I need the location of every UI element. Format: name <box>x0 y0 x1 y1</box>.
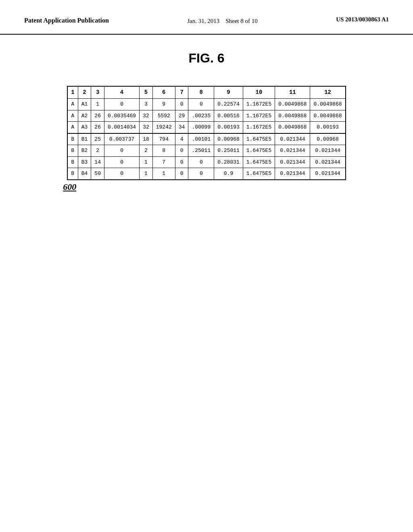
cell-r2-c10: 1.1672E5 <box>243 110 275 122</box>
col-header-6: 6 <box>152 86 175 99</box>
cell-r3-c10: 1.1672E5 <box>243 122 275 133</box>
cell-r7-c11: 0.021344 <box>275 168 310 180</box>
cell-r1-c9: 0.22574 <box>214 99 243 110</box>
cell-r5-c4: 0 <box>104 145 139 157</box>
cell-r3-c6: 19242 <box>152 122 175 133</box>
cell-r7-c4: 0 <box>104 168 139 180</box>
cell-r1-c11: 0.0049868 <box>275 99 310 110</box>
main-content: 1 2 3 4 5 6 7 8 9 10 11 12 A <box>0 78 413 188</box>
cell-r6-c10: 1.6475E5 <box>243 156 275 168</box>
cell-r1-c2: A1 <box>78 99 91 110</box>
cell-r4-c6: 794 <box>152 133 175 145</box>
cell-r1-c12: 0.0049868 <box>310 99 346 110</box>
figure-label: 600 <box>63 182 76 192</box>
col-header-11: 11 <box>275 86 310 99</box>
cell-r4-c3: 25 <box>91 133 104 145</box>
table-row: B B2 2 0 2 8 0 .25011 0.25011 1.6475E5 0… <box>67 145 345 157</box>
cell-r5-c6: 8 <box>152 145 175 157</box>
cell-r3-c7: 34 <box>175 122 188 133</box>
cell-r7-c12: 0.021344 <box>310 168 346 180</box>
cell-r5-c5: 2 <box>140 145 153 157</box>
col-header-5: 5 <box>140 86 153 99</box>
sheet-info: Sheet 8 of 10 <box>225 18 258 24</box>
cell-r4-c10: 1.6475E5 <box>243 133 275 145</box>
cell-r5-c10: 1.6475E5 <box>243 145 275 157</box>
col-header-4: 4 <box>104 86 139 99</box>
figure-title: FIG. 6 <box>0 51 413 66</box>
cell-r6-c4: 0 <box>104 156 139 168</box>
cell-r3-c2: A3 <box>78 122 91 133</box>
header-center: Jan. 31, 2013 Sheet 8 of 10 <box>187 16 258 26</box>
cell-r6-c2: B3 <box>78 156 91 168</box>
cell-r3-c4: 0.0014034 <box>104 122 139 133</box>
cell-r2-c8: .00235 <box>188 110 214 122</box>
cell-r4-c4: 0.003737 <box>104 133 139 145</box>
cell-r5-c11: 0.021344 <box>275 145 310 157</box>
cell-r6-c5: 1 <box>140 156 153 168</box>
cell-r2-c11: 0.0049868 <box>275 110 310 122</box>
col-header-10: 10 <box>243 86 275 99</box>
cell-r7-c6: 1 <box>152 168 175 180</box>
cell-r4-c1: B <box>67 133 78 145</box>
cell-r6-c1: B <box>67 156 78 168</box>
cell-r3-c11: 0.0049868 <box>275 122 310 133</box>
cell-r5-c2: B2 <box>78 145 91 157</box>
cell-r2-c2: A2 <box>78 110 91 122</box>
col-header-12: 12 <box>310 86 346 99</box>
cell-r5-c7: 0 <box>175 145 188 157</box>
data-table: 1 2 3 4 5 6 7 8 9 10 11 12 A <box>67 86 346 180</box>
cell-r4-c7: 4 <box>175 133 188 145</box>
cell-r3-c5: 32 <box>140 122 153 133</box>
cell-r6-c12: 0.021344 <box>310 156 346 168</box>
col-header-9: 9 <box>214 86 243 99</box>
table-row: A A2 26 0.0035469 32 5592 29 .00235 0.00… <box>67 110 345 122</box>
cell-r4-c2: B1 <box>78 133 91 145</box>
cell-r4-c11: 0.021344 <box>275 133 310 145</box>
cell-r1-c1: A <box>67 99 78 110</box>
col-header-2: 2 <box>78 86 91 99</box>
col-header-3: 3 <box>91 86 104 99</box>
cell-r3-c12: 0.00193 <box>310 122 346 133</box>
publication-title: Patent Application Publication <box>24 16 109 25</box>
cell-r1-c3: 1 <box>91 99 104 110</box>
page-header: Patent Application Publication Jan. 31, … <box>0 0 413 35</box>
cell-r7-c9: 0.9 <box>214 168 243 180</box>
cell-r3-c9: 0.00193 <box>214 122 243 133</box>
table-row: B B1 25 0.003737 18 794 4 .00101 0.00968… <box>67 133 345 145</box>
cell-r5-c9: 0.25011 <box>214 145 243 157</box>
col-header-7: 7 <box>175 86 188 99</box>
cell-r6-c6: 7 <box>152 156 175 168</box>
date: Jan. 31, 2013 <box>187 18 219 24</box>
cell-r6-c8: 0 <box>188 156 214 168</box>
cell-r1-c4: 0 <box>104 99 139 110</box>
cell-r7-c3: 50 <box>91 168 104 180</box>
col-header-1: 1 <box>67 86 78 99</box>
cell-r1-c5: 3 <box>140 99 153 110</box>
table-container: 1 2 3 4 5 6 7 8 9 10 11 12 A <box>67 86 346 180</box>
table-row: A A3 26 0.0014034 32 19242 34 .00099 0.0… <box>67 122 345 133</box>
table-header-row: 1 2 3 4 5 6 7 8 9 10 11 12 <box>67 86 345 99</box>
cell-r2-c3: 26 <box>91 110 104 122</box>
cell-r7-c5: 1 <box>140 168 153 180</box>
table-row: B B3 14 0 1 7 0 0 0.28031 1.6475E5 0.021… <box>67 156 345 168</box>
cell-r5-c3: 2 <box>91 145 104 157</box>
cell-r1-c7: 0 <box>175 99 188 110</box>
cell-r6-c7: 0 <box>175 156 188 168</box>
cell-r4-c5: 18 <box>140 133 153 145</box>
patent-number: US 2013/0030863 A1 <box>336 16 389 23</box>
cell-r1-c8: 0 <box>188 99 214 110</box>
col-header-8: 8 <box>188 86 214 99</box>
cell-r2-c1: A <box>67 110 78 122</box>
cell-r2-c4: 0.0035469 <box>104 110 139 122</box>
cell-r2-c12: 0.0049868 <box>310 110 346 122</box>
cell-r3-c8: .00099 <box>188 122 214 133</box>
cell-r2-c5: 32 <box>140 110 153 122</box>
cell-r3-c1: A <box>67 122 78 133</box>
cell-r7-c7: 0 <box>175 168 188 180</box>
cell-r3-c3: 26 <box>91 122 104 133</box>
cell-r6-c3: 14 <box>91 156 104 168</box>
cell-r7-c10: 1.6475E5 <box>243 168 275 180</box>
cell-r6-c9: 0.28031 <box>214 156 243 168</box>
cell-r2-c7: 29 <box>175 110 188 122</box>
cell-r5-c8: .25011 <box>188 145 214 157</box>
